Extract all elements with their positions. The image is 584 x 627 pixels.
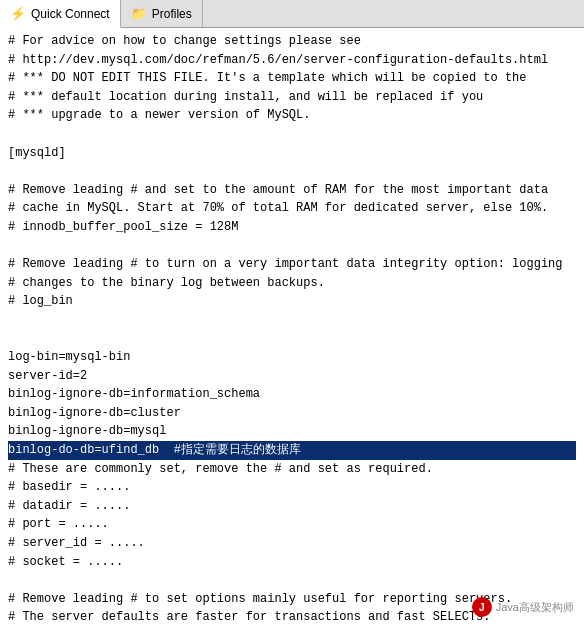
code-line: # socket = ..... — [8, 553, 576, 572]
watermark: J Java高级架构师 — [472, 597, 574, 617]
code-line — [8, 330, 576, 349]
code-line — [8, 311, 576, 330]
code-line: # log_bin — [8, 292, 576, 311]
code-line: # http://dev.mysql.com/doc/refman/5.6/en… — [8, 51, 576, 70]
profiles-icon: 📁 — [131, 6, 147, 21]
content-area: # For advice on how to change settings p… — [0, 28, 584, 627]
code-line: binlog-ignore-db=information_schema — [8, 385, 576, 404]
code-line: binlog-ignore-db=mysql — [8, 422, 576, 441]
tab-profiles-label: Profiles — [152, 7, 192, 21]
tab-bar: ⚡ Quick Connect 📁 Profiles — [0, 0, 584, 28]
code-line: # server_id = ..... — [8, 534, 576, 553]
code-line: # *** default location during install, a… — [8, 88, 576, 107]
code-line: log-bin=mysql-bin — [8, 348, 576, 367]
watermark-text: Java高级架构师 — [496, 600, 574, 615]
code-line: # Remove leading # and set to the amount… — [8, 181, 576, 200]
code-line: # *** DO NOT EDIT THIS FILE. It's a temp… — [8, 69, 576, 88]
code-line: # basedir = ..... — [8, 478, 576, 497]
code-line: # port = ..... — [8, 515, 576, 534]
code-line: # *** upgrade to a newer version of MySQ… — [8, 106, 576, 125]
code-line: [mysqld] — [8, 144, 576, 163]
watermark-icon: J — [472, 597, 492, 617]
code-line: # These are commonly set, remove the # a… — [8, 460, 576, 479]
code-line — [8, 571, 576, 590]
tab-profiles[interactable]: 📁 Profiles — [121, 0, 203, 27]
code-line: # cache in MySQL. Start at 70% of total … — [8, 199, 576, 218]
quick-connect-icon: ⚡ — [10, 6, 26, 21]
code-line: binlog-do-db=ufind_db #指定需要日志的数据库 — [8, 441, 576, 460]
tab-quick-connect-label: Quick Connect — [31, 7, 110, 21]
tab-quick-connect[interactable]: ⚡ Quick Connect — [0, 0, 121, 28]
code-block: # For advice on how to change settings p… — [8, 32, 576, 627]
code-line: # Remove leading # to turn on a very imp… — [8, 255, 576, 274]
code-line: # innodb_buffer_pool_size = 128M — [8, 218, 576, 237]
code-line — [8, 237, 576, 256]
code-line: binlog-ignore-db=cluster — [8, 404, 576, 423]
watermark-icon-text: J — [479, 602, 485, 613]
code-line: # changes to the binary log between back… — [8, 274, 576, 293]
code-line — [8, 125, 576, 144]
code-line: # datadir = ..... — [8, 497, 576, 516]
code-line: # For advice on how to change settings p… — [8, 32, 576, 51]
code-line — [8, 162, 576, 181]
code-line: server-id=2 — [8, 367, 576, 386]
